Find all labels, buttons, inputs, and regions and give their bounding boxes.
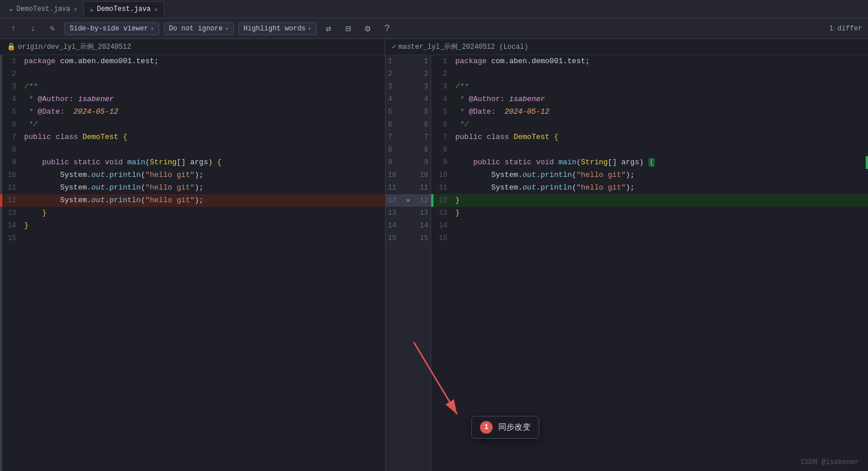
line-content-right-14 bbox=[453, 219, 868, 232]
tab-demotest-1[interactable]: ☕ DemoTest.java ✕ bbox=[3, 1, 83, 17]
table-row: 5 * @Date: 2024-05-12 bbox=[0, 106, 385, 118]
table-row: 2 bbox=[0, 68, 385, 80]
gutter-row-11: 1111 bbox=[386, 182, 431, 194]
line-num-right-9: 9 bbox=[431, 159, 453, 167]
line-content-left-10: System.out.println("hello git"); bbox=[22, 169, 385, 182]
table-row: 8 bbox=[0, 144, 385, 156]
line-num-right-13: 13 bbox=[431, 209, 453, 217]
line-num-left-13: 13 bbox=[0, 209, 22, 217]
line-num-right-14: 14 bbox=[431, 222, 453, 230]
gutter-row-10: 1010 bbox=[386, 169, 431, 182]
highlight-chevron-icon: ▾ bbox=[308, 25, 312, 32]
viewer-chevron-icon: ▾ bbox=[151, 25, 154, 32]
line-num-right-15: 15 bbox=[431, 234, 453, 242]
line-num-left-1: 1 bbox=[0, 57, 22, 65]
columns-icon[interactable]: ⊟ bbox=[341, 21, 356, 36]
line-num-right-7: 7 bbox=[431, 133, 453, 141]
line-content-left-6: */ bbox=[22, 118, 385, 131]
gutter-row-12[interactable]: 12 » 12 bbox=[386, 194, 431, 207]
table-row: 9 public static void main(String[] args)… bbox=[431, 156, 868, 169]
diff-left-pane: 1 package com.aben.demo001.test; 2 3 /**… bbox=[0, 55, 385, 471]
line-content-right-12: } bbox=[453, 194, 868, 207]
line-num-left-5: 5 bbox=[0, 108, 22, 116]
prev-diff-button[interactable]: ↑ bbox=[6, 21, 21, 36]
right-code-area: 1 package com.aben.demo001.test; 2 3 /**… bbox=[431, 55, 868, 471]
line-num-left-12: 12 bbox=[0, 196, 22, 204]
line-num-right-12: 12 bbox=[431, 196, 453, 204]
highlight-dropdown[interactable]: Highlight words ▾ bbox=[239, 22, 317, 35]
line-num-left-8: 8 bbox=[0, 146, 22, 154]
gutter-row-4: 44 bbox=[386, 93, 431, 106]
line-num-right-2: 2 bbox=[431, 70, 453, 78]
gutter-row-1: 11 bbox=[386, 55, 431, 68]
diff-right-pane: 1 package com.aben.demo001.test; 2 3 /**… bbox=[431, 55, 868, 471]
line-num-right-10: 10 bbox=[431, 171, 453, 179]
branch-left: 🔒 origin/dev_lyl_示例_20240512 bbox=[0, 39, 385, 55]
line-content-left-2 bbox=[22, 68, 385, 80]
table-row: 7 public class DemoTest { bbox=[431, 131, 868, 144]
line-content-left-15 bbox=[22, 232, 385, 245]
line-num-left-6: 6 bbox=[0, 121, 22, 129]
line-num-left-14: 14 bbox=[0, 222, 22, 230]
next-diff-button[interactable]: ↓ bbox=[25, 21, 40, 36]
line-num-right-1: 1 bbox=[431, 57, 453, 65]
ignore-label: Do not ignore bbox=[169, 25, 223, 33]
branch-bar: 🔒 origin/dev_lyl_示例_20240512 ✓ master_ly… bbox=[0, 39, 868, 55]
java-icon-1: ☕ bbox=[9, 5, 13, 13]
line-content-left-13: } bbox=[22, 207, 385, 219]
table-row: 3 /** bbox=[0, 80, 385, 93]
gear-icon[interactable]: ⚙ bbox=[360, 21, 375, 36]
table-row: 11 System.out.println("hello git"); bbox=[0, 182, 385, 194]
table-row: 15 bbox=[0, 232, 385, 245]
line-num-right-4: 4 bbox=[431, 95, 453, 103]
toolbar: ↑ ↓ ✎ Side-by-side viewer ▾ Do not ignor… bbox=[0, 18, 868, 39]
tooltip: 1 同步改变 bbox=[471, 416, 539, 439]
table-row: 11 System.out.println("hello git"); bbox=[431, 182, 868, 194]
table-row: 5 * @Date: 2024-05-12 bbox=[431, 106, 868, 118]
viewer-label: Side-by-side viewer bbox=[70, 25, 148, 33]
table-row: 6 */ bbox=[431, 118, 868, 131]
line-num-left-4: 4 bbox=[0, 95, 22, 103]
lock-icon: 🔒 bbox=[7, 43, 16, 51]
line-content-right-8 bbox=[453, 144, 868, 156]
tab-close-2[interactable]: ✕ bbox=[154, 6, 158, 13]
line-content-left-3: /** bbox=[22, 80, 385, 93]
tooltip-text: 同步改变 bbox=[498, 422, 531, 433]
gutter-row-13: 1313 bbox=[386, 207, 431, 219]
diff-container: 1 package com.aben.demo001.test; 2 3 /**… bbox=[0, 55, 868, 471]
gutter-row-7: 77 bbox=[386, 131, 431, 144]
ignore-chevron-icon: ▾ bbox=[225, 25, 228, 32]
viewer-dropdown[interactable]: Side-by-side viewer ▾ bbox=[64, 22, 159, 35]
table-row: 12 } bbox=[431, 194, 868, 207]
edit-button[interactable]: ✎ bbox=[45, 21, 60, 36]
gutter-row-9: 99 bbox=[386, 156, 431, 169]
settings-icon[interactable]: ⇄ bbox=[321, 21, 336, 36]
java-icon-2: ☕ bbox=[90, 6, 94, 13]
table-row: 1 package com.aben.demo001.test; bbox=[0, 55, 385, 68]
line-content-right-7: public class DemoTest { bbox=[453, 131, 868, 144]
line-content-right-2 bbox=[453, 68, 868, 80]
line-num-right-5: 5 bbox=[431, 108, 453, 116]
diff-count: 1 differ bbox=[829, 25, 862, 33]
table-row: 6 */ bbox=[0, 118, 385, 131]
line-content-right-4: * @Author: isabener bbox=[453, 93, 868, 106]
line-content-right-10: System.out.println("hello git"); bbox=[453, 169, 868, 182]
sync-arrow-button[interactable]: » bbox=[406, 197, 410, 204]
line-num-left-7: 7 bbox=[0, 133, 22, 141]
table-row: 9 public static void main(String[] args)… bbox=[0, 156, 385, 169]
line-num-right-3: 3 bbox=[431, 83, 453, 91]
tab-close-1[interactable]: ✕ bbox=[74, 5, 78, 13]
help-icon[interactable]: ? bbox=[380, 21, 395, 36]
tab-label-1: DemoTest.java bbox=[17, 5, 71, 13]
tab-bar: ☕ DemoTest.java ✕ ☕ DemoTest.java ✕ bbox=[0, 0, 868, 18]
line-content-left-14: } bbox=[22, 219, 385, 232]
line-content-right-9: public static void main(String[] args) { bbox=[453, 156, 868, 169]
tab-demotest-2[interactable]: ☕ DemoTest.java ✕ bbox=[83, 1, 164, 17]
line-content-left-8 bbox=[22, 144, 385, 156]
line-content-right-15 bbox=[453, 232, 868, 245]
gutter-row-8: 88 bbox=[386, 144, 431, 156]
gutter-row-15: 1515 bbox=[386, 232, 431, 245]
gutter-row-3: 33 bbox=[386, 80, 431, 93]
highlight-label: Highlight words bbox=[244, 25, 306, 33]
ignore-dropdown[interactable]: Do not ignore ▾ bbox=[164, 22, 234, 35]
